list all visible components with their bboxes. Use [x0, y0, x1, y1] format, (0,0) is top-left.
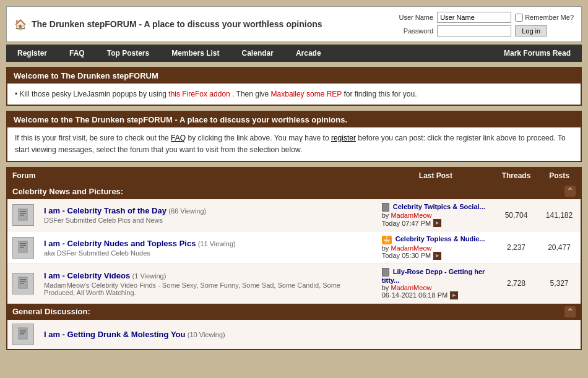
svg-rect-13	[20, 330, 26, 331]
svg-rect-1	[20, 211, 26, 212]
doc-icon-drunk	[17, 327, 30, 341]
last-post-link-celebrity-videos[interactable]: Lily-Rose Depp - Getting her titty...	[382, 268, 485, 284]
header-box: 🏠 The Drunken stepFORUM - A place to dis…	[6, 6, 582, 42]
col-last-post: Last Post	[377, 168, 495, 183]
last-post-link-celebrity-nudes[interactable]: Celebrity Topless & Nudie...	[396, 235, 485, 243]
doc-icon	[17, 208, 30, 222]
username-input[interactable]	[437, 12, 511, 23]
forum-icon-celebrity-videos	[12, 273, 34, 294]
nav-faq[interactable]: FAQ	[58, 45, 96, 62]
site-title-text: The Drunken stepFORUM - A place to discu…	[32, 19, 322, 29]
category-general-discussion: General Discussion: ⌃	[7, 303, 581, 320]
viewing-count-celebrity-videos: (1 Viewing)	[132, 272, 166, 280]
doc-small-icon	[382, 203, 389, 212]
svg-rect-7	[20, 247, 24, 248]
login-area: User Name Remember Me? Password Log in	[390, 12, 574, 37]
last-post-date-celebrity-trash: Today 07:47 PM ►	[382, 219, 490, 227]
password-input[interactable]	[437, 25, 511, 37]
viewing-count-celebrity-trash: (66 Viewing)	[168, 207, 206, 215]
viewing-count-celebrity-nudes: (11 Viewing)	[198, 240, 236, 247]
go-icon-celebrity-nudes: ►	[433, 252, 441, 260]
svg-rect-11	[20, 283, 24, 284]
forum-desc-celebrity-videos: MadamMeow's Celebrity Video Finds - Some…	[44, 281, 372, 296]
login-password-row: Password Log in	[390, 25, 574, 37]
table-row: I am - Celebrity Nudes and Topless Pics …	[7, 231, 581, 264]
forum-link-celebrity-nudes[interactable]: I am - Celebrity Nudes and Topless Pics	[44, 239, 196, 248]
nav-bar: Register FAQ Top Posters Members List Ca…	[6, 45, 582, 62]
welcome-header: Welcome to the The Drunken stepFORUM - A…	[7, 112, 581, 127]
home-icon: 🏠	[14, 19, 27, 30]
last-post-date-celebrity-nudes: Today 05:30 PM ►	[382, 252, 490, 260]
last-post-celebrity-trash: Celebrity Twitpics & Social... by MadamM…	[377, 199, 495, 231]
birthday-icon: 🎂	[382, 236, 392, 244]
nav-top-posters[interactable]: Top Posters	[96, 45, 160, 62]
thread-count-celebrity-trash: 50,704	[495, 199, 538, 231]
thread-count-celebrity-nudes: 2,237	[495, 231, 538, 264]
table-row: I am - Celebrity Videos (1 Viewing) Mada…	[7, 264, 581, 303]
forum-name-celebrity-nudes: I am - Celebrity Nudes and Topless Pics …	[39, 231, 377, 264]
post-count-celebrity-videos: 5,327	[538, 264, 581, 303]
forum-name-celebrity-trash: I am - Celebrity Trash of the Day (66 Vi…	[39, 199, 377, 231]
last-post-author-link-celebrity-nudes[interactable]: MadamMeow	[391, 244, 431, 252]
nav-calendar[interactable]: Calendar	[231, 45, 285, 62]
last-post-celebrity-nudes: 🎂 Celebrity Topless & Nudie... by MadamM…	[377, 231, 495, 264]
svg-rect-15	[20, 333, 24, 335]
forum-icon-getting-drunk	[12, 324, 34, 345]
svg-rect-10	[20, 281, 26, 282]
site-title: 🏠 The Drunken stepFORUM - A place to dis…	[14, 19, 322, 30]
remember-me-checkbox[interactable]	[515, 14, 523, 22]
forum-desc-celebrity-nudes: aka DSFer Submitted Celeb Nudes	[44, 249, 372, 257]
last-post-author-link-celebrity-videos[interactable]: MadamMeow	[391, 284, 431, 291]
table-row: I am - Celebrity Trash of the Day (66 Vi…	[7, 199, 581, 231]
doc-small-icon-videos	[382, 268, 389, 277]
register-link[interactable]: register	[331, 134, 356, 142]
thread-count-celebrity-videos: 2,728	[495, 264, 538, 303]
forum-icon-cell	[7, 199, 39, 231]
forum-link-getting-drunk[interactable]: I am - Getting Drunk & Molesting You	[44, 330, 185, 339]
forum-desc-celebrity-trash: DSFer Submitted Celeb Pics and News	[44, 217, 372, 224]
col-posts: Posts	[538, 168, 581, 183]
firefox-addon-link[interactable]: this FireFox addon	[168, 90, 230, 98]
faq-link[interactable]: FAQ	[171, 134, 186, 142]
last-post-date-celebrity-videos: 06-14-2021 06:18 PM ►	[382, 291, 490, 299]
doc-icon-nudes	[17, 241, 30, 254]
forum-table: Forum Last Post Threads Posts Celebrity …	[6, 167, 582, 350]
go-icon-celebrity-trash: ►	[433, 219, 441, 227]
forum-icon-celebrity-trash	[12, 204, 34, 226]
last-post-by-celebrity-trash: by MadamMeow	[382, 212, 490, 219]
svg-rect-14	[20, 332, 26, 333]
remember-me-label: Remember Me?	[515, 14, 574, 22]
post-count-celebrity-nudes: 20,477	[538, 231, 581, 264]
forum-link-celebrity-videos[interactable]: I am - Celebrity Videos	[44, 271, 130, 280]
login-username-row: User Name Remember Me?	[390, 12, 574, 23]
forum-name-celebrity-videos: I am - Celebrity Videos (1 Viewing) Mada…	[39, 264, 377, 303]
nav-arcade[interactable]: Arcade	[285, 45, 332, 62]
welcome-body: If this is your first visit, be sure to …	[7, 127, 581, 161]
maxbailey-rep-link[interactable]: Maxbailey some REP	[271, 90, 342, 98]
last-post-by-celebrity-videos: by MadamMeow	[382, 284, 490, 291]
viewing-count-getting-drunk: (10 Viewing)	[188, 331, 225, 338]
password-label: Password	[390, 27, 433, 35]
notice-body: • Kill those pesky LiveJasmin popups by …	[7, 84, 581, 105]
welcome-box: Welcome to the The Drunken stepFORUM - A…	[6, 111, 582, 162]
svg-rect-9	[20, 279, 26, 280]
forum-icon-celebrity-nudes	[12, 237, 34, 259]
doc-icon-videos	[17, 277, 30, 290]
svg-rect-6	[20, 245, 26, 246]
login-button[interactable]: Log in	[515, 25, 547, 37]
nav-mark-forums-read[interactable]: Mark Forums Read	[493, 45, 582, 62]
nav-members-list[interactable]: Members List	[160, 45, 230, 62]
collapse-celebrity-news-icon[interactable]: ⌃	[564, 186, 576, 197]
col-forum: Forum	[7, 168, 377, 183]
svg-rect-3	[20, 215, 24, 216]
forum-link-celebrity-trash[interactable]: I am - Celebrity Trash of the Day	[44, 206, 166, 215]
collapse-general-discussion-icon[interactable]: ⌃	[564, 306, 576, 317]
svg-rect-5	[20, 243, 26, 244]
page-wrapper: 🏠 The Drunken stepFORUM - A place to dis…	[0, 0, 588, 356]
nav-register[interactable]: Register	[6, 45, 58, 62]
post-count-celebrity-trash: 141,182	[538, 199, 581, 231]
go-icon-celebrity-videos: ►	[450, 291, 458, 299]
last-post-link-celebrity-trash[interactable]: Celebrity Twitpics & Social...	[393, 203, 485, 210]
category-celebrity-news-label: Celebrity News and Pictures:	[12, 187, 123, 196]
last-post-author-link-celebrity-trash[interactable]: MadamMeow	[391, 212, 431, 219]
